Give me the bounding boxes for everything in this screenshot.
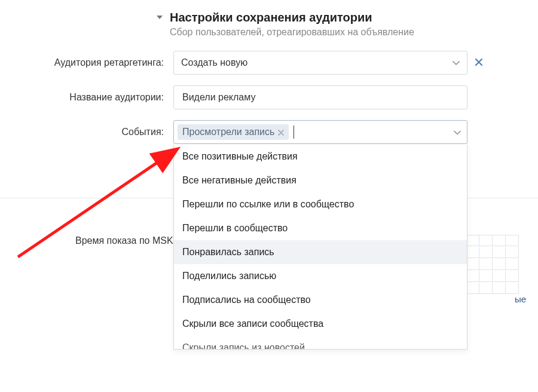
events-tag: Просмотрели запись (178, 124, 289, 140)
retargeting-audience-value: Создать новую (181, 57, 453, 68)
schedule-cell[interactable] (493, 283, 506, 294)
events-multiselect[interactable]: Просмотрели запись (173, 120, 467, 144)
events-tag-remove-icon[interactable] (278, 127, 284, 137)
schedule-cell[interactable] (466, 259, 479, 270)
events-option[interactable]: Скрыли запись из новостей (174, 336, 467, 349)
events-option[interactable]: Все позитивные действия (174, 145, 467, 169)
events-option[interactable]: Понравилась запись (174, 240, 467, 264)
right-link-fragment[interactable]: ые (515, 294, 526, 304)
schedule-cell[interactable] (479, 247, 493, 258)
collapse-toggle-icon[interactable] (155, 14, 164, 20)
schedule-cell[interactable] (493, 271, 506, 282)
audience-name-input-wrap (173, 85, 467, 109)
events-tag-label: Просмотрели запись (182, 127, 274, 137)
schedule-cell[interactable] (466, 247, 479, 258)
text-cursor (294, 125, 294, 139)
events-option[interactable]: Поделились записью (174, 264, 467, 288)
section-subtitle: Сбор пользователей, отреагировавших на о… (170, 27, 414, 38)
events-label: События: (12, 127, 173, 137)
schedule-cell[interactable] (506, 247, 519, 258)
schedule-cell[interactable] (493, 247, 506, 258)
audience-name-label: Название аудитории: (12, 92, 173, 103)
retargeting-audience-label: Аудитория ретаргетинга: (12, 57, 173, 68)
schedule-cell[interactable] (506, 259, 519, 270)
events-option[interactable]: Перешли по ссылке или в сообщество (174, 192, 467, 216)
schedule-cell[interactable] (466, 235, 479, 246)
events-option[interactable]: Подписались на сообщество (174, 288, 467, 312)
section-title: Настройки сохранения аудитории (170, 11, 414, 24)
chevron-down-icon (453, 57, 460, 68)
schedule-cell[interactable] (479, 259, 493, 270)
events-dropdown: Все позитивные действияВсе негативные де… (173, 145, 467, 350)
audience-name-input[interactable] (181, 86, 460, 109)
events-option[interactable]: Перешли в сообщество (174, 216, 467, 240)
schedule-cell[interactable] (479, 271, 493, 282)
schedule-cell[interactable] (506, 283, 519, 294)
events-option[interactable]: Скрыли все записи сообщества (174, 312, 467, 336)
schedule-cell[interactable] (466, 283, 479, 294)
schedule-cell[interactable] (506, 271, 519, 282)
chevron-down-icon (454, 127, 461, 137)
time-label: Время показа по MSK: (24, 234, 185, 246)
schedule-cell[interactable] (466, 271, 479, 282)
schedule-cell[interactable] (479, 283, 493, 294)
schedule-cell[interactable] (493, 259, 506, 270)
retargeting-audience-select[interactable]: Создать новую (173, 51, 467, 75)
schedule-cell[interactable] (506, 235, 519, 246)
schedule-cell[interactable] (479, 235, 493, 246)
events-option[interactable]: Все негативные действия (174, 169, 467, 192)
schedule-cell[interactable] (493, 235, 506, 246)
remove-audience-button[interactable] (475, 57, 483, 69)
